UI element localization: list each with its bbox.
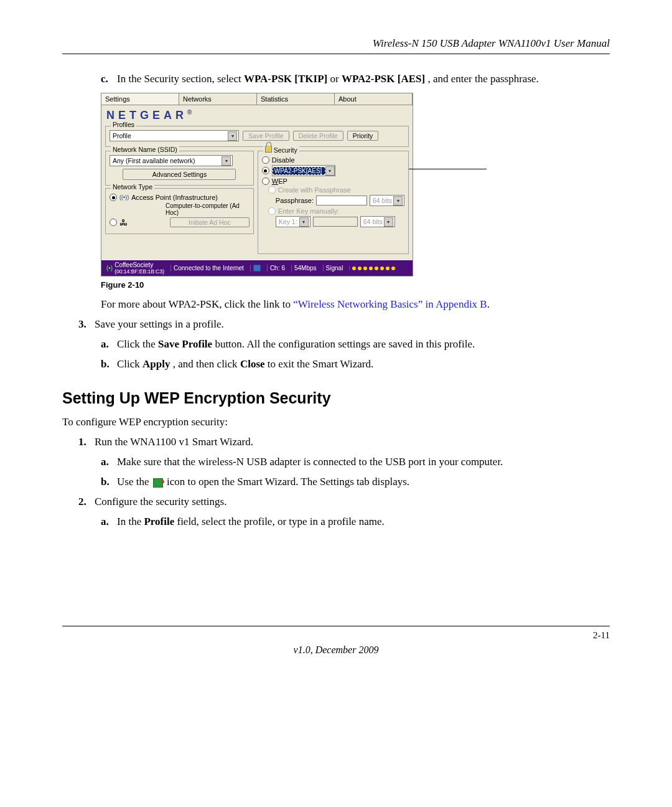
profiles-legend: Profiles: [111, 121, 136, 128]
wep-step-1a-text: Make sure that the wireless-N USB adapte…: [117, 456, 610, 468]
chevron-down-icon: ▾: [222, 156, 231, 166]
header-rule: [62, 54, 610, 54]
radio-access-point[interactable]: [110, 194, 117, 201]
status-connection: Connected to the Internet: [170, 265, 246, 271]
step-3b: b. Click Apply , and then click Close to…: [101, 358, 610, 370]
enter-key-label: Enter Key manually:: [278, 207, 339, 215]
section-heading-wep: Setting Up WEP Encryption Security: [62, 389, 610, 407]
security-mode-dropdown[interactable]: WPA2-PSK[AES] ▾: [272, 165, 335, 176]
wep-1b-pre: Use the: [117, 476, 152, 488]
marker-w2: 2.: [78, 496, 95, 508]
chevron-down-icon: ▾: [299, 217, 309, 227]
priority-button[interactable]: Priority: [347, 131, 379, 141]
footer-version: v1.0, December 2009: [62, 644, 610, 656]
bits-dropdown-1: 64 bits▾: [370, 195, 404, 206]
step-3a-pre: Click the: [117, 338, 158, 350]
profile-dropdown[interactable]: Profile ▾: [110, 130, 239, 141]
network-type-legend: Network Type: [111, 183, 154, 191]
marker-w2a: a.: [101, 516, 117, 528]
adhoc-label: Computer-to-computer (Ad Hoc): [166, 202, 250, 216]
wep-step-2-text: Configure the security settings.: [95, 496, 610, 508]
save-profile-button[interactable]: Save Profile: [243, 131, 289, 141]
marker-w1b: b.: [101, 476, 117, 488]
key-input: [313, 217, 358, 227]
step-c: c. In the Security section, select WPA-P…: [101, 73, 610, 85]
radio-disable[interactable]: [262, 156, 269, 164]
radio-adhoc[interactable]: [110, 219, 117, 226]
marker-3b: b.: [101, 358, 117, 370]
wep-2a-post: field, select the profile, or type in a …: [177, 516, 384, 527]
close-bold: Close: [240, 358, 265, 370]
step-c-text1: In the Security section, select: [117, 73, 244, 85]
status-bar: (•) CoffeeSociety (00:14:BF:EB:1B:C3) Co…: [101, 260, 413, 276]
wep-2a-pre: In the: [117, 516, 144, 527]
profiles-group: Profiles Profile ▾ Save Profile Delete P…: [105, 126, 409, 147]
status-signal-label: Signal: [323, 265, 346, 271]
step-3b-post: to exit the Smart Wizard.: [268, 358, 373, 370]
radio-enter-key: [268, 207, 276, 215]
marker-w1: 1.: [78, 436, 95, 448]
wep-step-2a: a. In the Profile field, select the prof…: [101, 516, 610, 528]
chevron-down-icon: ▾: [384, 217, 393, 227]
profile-value: Profile: [113, 132, 131, 139]
marker-3a: a.: [101, 338, 117, 351]
security-mode-value: WPA2-PSK[AES]: [273, 167, 325, 175]
tab-about[interactable]: About: [335, 93, 413, 105]
smart-wizard-window: Settings Networks Statistics About NETGE…: [101, 93, 413, 276]
key-dropdown: Key 1:▾: [276, 216, 310, 227]
tab-networks[interactable]: Networks: [179, 93, 257, 105]
tab-statistics[interactable]: Statistics: [257, 93, 335, 105]
passphrase-label: Passphrase:: [276, 197, 314, 204]
section-intro: To configure WEP encryption security:: [62, 416, 610, 428]
radio-create-passphrase: [268, 186, 276, 194]
ssid-dropdown[interactable]: Any (First available network) ▾: [110, 155, 233, 166]
ssid-value: Any (First available network): [113, 157, 195, 164]
signal-icon: (•): [106, 265, 113, 271]
footer-rule: [62, 626, 610, 626]
link-appendix-b[interactable]: “Wireless Networking Basics” in Appendix…: [293, 298, 487, 310]
step-3a: a. Click the Save Profile button. All th…: [101, 338, 610, 351]
step-3-text: Save your settings in a profile.: [95, 318, 610, 331]
tray-icon: [153, 478, 163, 488]
security-group: Security Disable WPA2-PSK[AES] ▾: [258, 151, 409, 254]
step-3b-pre: Click: [117, 358, 142, 370]
chevron-down-icon: ▾: [325, 166, 335, 176]
step-c-text2: , and enter the passphrase.: [427, 73, 538, 85]
after-figure-text: For more about WPA2-PSK, click the link …: [101, 298, 610, 311]
tab-settings[interactable]: Settings: [101, 93, 179, 105]
status-rate: 54Mbps: [291, 265, 319, 271]
access-point-label: Access Point (Infrastructure): [131, 194, 218, 201]
step-3a-post: button. All the configuration settings a…: [215, 338, 475, 350]
running-header: Wireless-N 150 USB Adapter WNA1100v1 Use…: [62, 37, 610, 50]
profile-bold: Profile: [144, 516, 174, 527]
status-ch: 6: [281, 265, 285, 271]
wep-label: WEP: [272, 177, 287, 185]
delete-profile-button[interactable]: Delete Profile: [293, 131, 343, 141]
save-profile-bold: Save Profile: [158, 338, 212, 350]
wep-step-1: 1. Run the WNA1100 v1 Smart Wizard.: [78, 436, 610, 448]
figure-2-10: Settings Networks Statistics About NETGE…: [101, 93, 487, 276]
adhoc-icon: 🖧: [119, 218, 128, 227]
chevron-down-icon: ▾: [393, 196, 403, 205]
status-mac: (00:14:BF:EB:1B:C3): [114, 268, 164, 275]
initiate-adhoc-button[interactable]: Initiate Ad Hoc: [170, 217, 250, 227]
step-3: 3. Save your settings in a profile.: [78, 318, 610, 331]
radio-wep[interactable]: [262, 177, 269, 185]
wep-step-1a: a. Make sure that the wireless-N USB ada…: [101, 456, 610, 468]
passphrase-input[interactable]: [316, 196, 367, 205]
radio-wpa2psk[interactable]: [262, 167, 269, 174]
wep-step-1-text: Run the WNA1100 v1 Smart Wizard.: [95, 436, 610, 448]
advanced-settings-button[interactable]: Advanced Settings: [123, 169, 236, 180]
page-number: 2-11: [62, 630, 610, 641]
status-ch-label: Ch:: [270, 265, 280, 271]
ssid-legend: Network Name (SSID): [111, 146, 179, 153]
bits-dropdown-2: 64 bits▾: [360, 216, 395, 227]
step-3b-mid: , and then click: [173, 358, 240, 370]
apply-bold: Apply: [142, 358, 170, 370]
marker-3: 3.: [78, 318, 95, 331]
step-c-opt2: WPA2-PSK [AES]: [342, 73, 425, 85]
brand-logo: NETGEAR®: [101, 105, 413, 122]
network-type-group: Network Type ((•)) Access Point (Infrast…: [105, 188, 254, 234]
create-passphrase-label: Create with Passphrase: [278, 186, 351, 194]
lock-icon: [265, 146, 272, 153]
